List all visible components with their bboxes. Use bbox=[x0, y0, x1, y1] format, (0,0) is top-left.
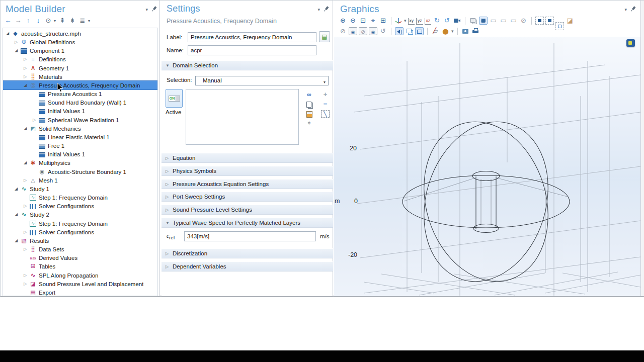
collapse-caret-icon[interactable] bbox=[24, 74, 29, 79]
snapshot-view-icon[interactable] bbox=[545, 17, 554, 25]
tree-item-tables[interactable]: Tables bbox=[3, 262, 157, 270]
deselect-icon[interactable] bbox=[321, 110, 330, 118]
hide-objects-icon[interactable] bbox=[431, 27, 440, 35]
tree-item-solid-mechanics[interactable]: Solid Mechanics bbox=[3, 124, 157, 133]
default-3d-view-icon[interactable] bbox=[395, 17, 403, 25]
camera-movie-icon[interactable] bbox=[453, 17, 461, 25]
section-sound-pressure-level-settings[interactable]: Sound Pressure Level Settings bbox=[162, 205, 333, 215]
transparency-icon[interactable]: ⊘ bbox=[339, 27, 347, 35]
rename-button[interactable] bbox=[319, 31, 330, 42]
tree-item-initial-values-1[interactable]: Initial Values 1 bbox=[3, 107, 157, 115]
zoom-out-icon[interactable]: ⊖ bbox=[349, 17, 357, 25]
create-selection-icon[interactable] bbox=[305, 91, 313, 99]
zoom-box-icon[interactable]: ⊡ bbox=[359, 17, 367, 25]
move-up-icon[interactable]: ↑ bbox=[25, 17, 32, 25]
section-collapsed-caret-icon[interactable] bbox=[166, 169, 173, 173]
tree-item-acoustic-structure-mph[interactable]: acoustic_structure.mph bbox=[3, 29, 157, 38]
show-hidden-icon[interactable] bbox=[349, 27, 357, 35]
panel-menu-caret-icon[interactable]: ▾ bbox=[624, 7, 627, 12]
section-physics-symbols[interactable]: Physics Symbols bbox=[162, 166, 333, 176]
section-domain-selection[interactable]: Domain Selection bbox=[162, 60, 333, 70]
section-collapsed-caret-icon[interactable] bbox=[166, 208, 173, 212]
tree-item-study1-solver-configurations[interactable]: Solver Configurations bbox=[3, 202, 157, 210]
expand-caret-icon[interactable] bbox=[15, 212, 20, 217]
zoom-to-selection-icon[interactable] bbox=[305, 120, 313, 127]
section-expanded-caret-icon[interactable] bbox=[166, 63, 173, 68]
collapse-caret-icon[interactable] bbox=[33, 118, 38, 122]
tree-item-geometry-1[interactable]: Geometry 1 bbox=[3, 64, 157, 72]
remove-from-selection-icon[interactable] bbox=[321, 101, 330, 108]
zoom-in-icon[interactable]: ⊕ bbox=[339, 17, 347, 25]
tree-item-acoustic-structure-boundary[interactable]: Acoustic-Structure Boundary 1 bbox=[3, 167, 157, 176]
show-caret-icon[interactable]: ▾ bbox=[54, 19, 56, 23]
name-input[interactable]: acpr bbox=[188, 45, 316, 55]
scene-copy-icon[interactable] bbox=[469, 17, 477, 25]
section-discretization[interactable]: Discretization bbox=[162, 248, 333, 258]
expand-caret-icon[interactable] bbox=[24, 83, 29, 87]
label-input[interactable]: Pressure Acoustics, Frequency Domain bbox=[188, 32, 316, 42]
show-icon[interactable]: ⊙ bbox=[45, 17, 52, 25]
physics-symbols-icon[interactable] bbox=[395, 27, 404, 35]
tree-item-spl-along-propagation[interactable]: SPL Along Propagation bbox=[3, 271, 157, 280]
section-collapsed-caret-icon[interactable] bbox=[166, 156, 173, 160]
go-to-default-view-button[interactable] bbox=[626, 39, 635, 47]
expand-caret-icon[interactable] bbox=[24, 160, 29, 165]
collapse-caret-icon[interactable] bbox=[24, 57, 29, 61]
expand-caret-icon[interactable] bbox=[15, 238, 20, 243]
selection-dropdown[interactable]: Manual ▾ bbox=[195, 76, 329, 85]
collapse-caret-icon[interactable] bbox=[24, 204, 29, 208]
section-pressure-acoustics-equation-settings[interactable]: Pressure Acoustics Equation Settings bbox=[162, 179, 333, 189]
flat-view-icon[interactable]: ▭ bbox=[489, 17, 498, 25]
tree-item-export[interactable]: Export bbox=[3, 288, 157, 296]
tree-item-study2-step1[interactable]: Step 1: Frequency Domain bbox=[3, 219, 157, 228]
collapse-caret-icon[interactable] bbox=[15, 40, 20, 44]
clear-selection-icon[interactable] bbox=[566, 17, 574, 25]
layers-icon[interactable] bbox=[405, 27, 414, 35]
flat-view-icon[interactable]: ▭ bbox=[509, 17, 518, 25]
tree-item-pressure-acoustics-frequency-domain[interactable]: Pressure Acoustics, Frequency Domain bbox=[3, 81, 157, 89]
paste-selection-icon[interactable] bbox=[305, 110, 313, 118]
no-view-icon[interactable]: ⊘ bbox=[519, 17, 528, 25]
node-text-caret-icon[interactable]: ▾ bbox=[88, 19, 90, 23]
tree-item-linear-elastic-material[interactable]: Linear Elastic Material 1 bbox=[3, 133, 157, 141]
tree-item-free-1[interactable]: Free 1 bbox=[3, 141, 157, 150]
tree-item-data-sets[interactable]: Data Sets bbox=[3, 245, 157, 253]
collapse-caret-icon[interactable] bbox=[24, 178, 29, 183]
perspective-view-icon[interactable] bbox=[479, 17, 488, 25]
tree-item-materials[interactable]: Materials bbox=[3, 72, 157, 81]
zoom-extents-icon[interactable]: ⌖ bbox=[369, 17, 377, 25]
show-frame-icon[interactable] bbox=[415, 27, 424, 35]
view-caret-icon[interactable]: ▾ bbox=[404, 18, 407, 23]
panel-menu-caret-icon[interactable]: ▾ bbox=[145, 7, 148, 12]
collapse-caret-icon[interactable] bbox=[24, 273, 29, 278]
image-snapshot-icon[interactable] bbox=[461, 27, 470, 35]
view-xz-icon[interactable]: xz bbox=[425, 18, 432, 25]
section-equation[interactable]: Equation bbox=[162, 153, 333, 163]
tree-item-pressure-acoustics-1[interactable]: Pressure Acoustics 1 bbox=[3, 89, 157, 98]
collapsed-side-panel-strip[interactable] bbox=[640, 1, 644, 296]
section-dependent-variables[interactable]: Dependent Variables bbox=[162, 261, 333, 272]
section-collapsed-caret-icon[interactable] bbox=[166, 195, 173, 199]
palette-caret-icon[interactable]: ▾ bbox=[451, 29, 454, 34]
expand-caret-icon[interactable] bbox=[15, 187, 20, 191]
collapse-caret-icon[interactable] bbox=[24, 66, 29, 70]
print-icon[interactable] bbox=[471, 27, 480, 35]
zoom-selected-icon[interactable]: ⊞ bbox=[379, 17, 387, 25]
move-down-icon[interactable]: ↓ bbox=[35, 17, 42, 25]
active-toggle-button[interactable]: ON bbox=[166, 89, 183, 108]
section-collapsed-caret-icon[interactable] bbox=[166, 251, 173, 256]
section-collapsed-caret-icon[interactable] bbox=[166, 264, 173, 269]
expand-caret-icon[interactable] bbox=[6, 31, 12, 36]
view-yz-icon[interactable]: yz bbox=[416, 18, 423, 25]
tree-item-study-2[interactable]: Study 2 bbox=[3, 210, 157, 219]
select-region-icon[interactable] bbox=[555, 22, 564, 30]
node-text-icon[interactable]: ≣ bbox=[79, 17, 86, 25]
collapse-all-icon[interactable]: ⇞ bbox=[59, 17, 66, 25]
tree-item-study1-step1[interactable]: Step 1: Frequency Domain bbox=[3, 193, 157, 202]
graphics-viewport[interactable]: m 20 0 -20 bbox=[334, 37, 640, 296]
rotate-clockwise-icon[interactable]: ↻ bbox=[433, 17, 441, 25]
domain-selection-list[interactable] bbox=[186, 89, 299, 145]
collapse-caret-icon[interactable] bbox=[24, 247, 29, 251]
expand-caret-icon[interactable] bbox=[24, 126, 29, 131]
section-collapsed-caret-icon[interactable] bbox=[166, 182, 173, 187]
